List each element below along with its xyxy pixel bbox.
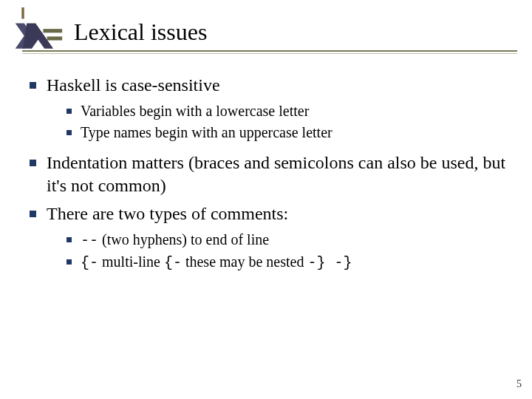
list-item: Type names begin with an uppercase lette…	[66, 123, 517, 143]
title-underline	[22, 50, 517, 52]
list-item-text: There are two types of comments:	[47, 202, 288, 225]
haskell-logo-icon	[15, 7, 66, 52]
list-item: {- multi-line {- these may be nested -} …	[66, 252, 517, 273]
list-item-text: Haskell is case-sensitive	[47, 74, 220, 97]
svg-marker-2	[23, 23, 53, 48]
list-item-text: Type names begin with an uppercase lette…	[81, 123, 332, 143]
list-item-text: {- multi-line {- these may be nested -} …	[81, 252, 352, 273]
list-item: Indentation matters (braces and semicolo…	[30, 151, 517, 197]
text-fragment: (two hyphens) to end of line	[98, 231, 269, 248]
list-item-text: Indentation matters (braces and semicolo…	[47, 151, 517, 197]
svg-rect-0	[21, 7, 24, 18]
page-number: 5	[516, 378, 522, 390]
slide-title: Lexical issues	[74, 18, 207, 46]
bullet-icon	[30, 160, 36, 166]
code-fragment: --	[81, 232, 98, 249]
bullet-icon	[66, 237, 72, 242]
list-item-text: Variables begin with a lowercase letter	[81, 101, 309, 121]
code-fragment: {-	[164, 254, 182, 271]
title-underline-thin	[22, 53, 517, 54]
bullet-icon	[66, 130, 72, 135]
slide-content: Haskell is case-sensitive Variables begi…	[30, 74, 517, 282]
bullet-icon	[66, 109, 72, 114]
text-fragment: these may be nested	[182, 253, 308, 270]
bullet-icon	[30, 82, 36, 89]
code-fragment: {-	[81, 254, 98, 271]
list-item: Variables begin with a lowercase letter	[66, 101, 517, 121]
list-item: Haskell is case-sensitive	[30, 74, 517, 97]
list-item-text: -- (two hyphens) to end of line	[81, 230, 269, 250]
list-item: -- (two hyphens) to end of line	[66, 230, 517, 250]
code-fragment: -} -}	[307, 254, 352, 271]
text-fragment: multi-line	[98, 253, 164, 270]
bullet-icon	[30, 211, 36, 217]
svg-rect-4	[47, 36, 63, 40]
svg-rect-3	[43, 29, 62, 33]
bullet-icon	[66, 259, 72, 265]
list-item: There are two types of comments:	[30, 202, 517, 225]
